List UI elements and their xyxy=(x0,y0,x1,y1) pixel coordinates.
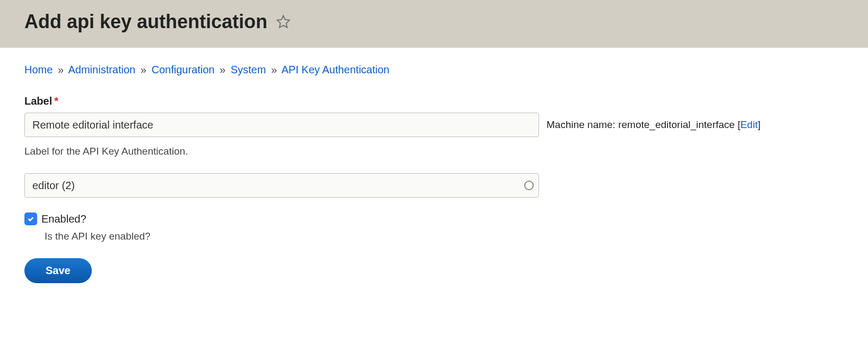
page-title: Add api key authentication xyxy=(24,11,267,33)
star-icon[interactable] xyxy=(276,14,291,29)
breadcrumb: Home » Administration » Configuration » … xyxy=(24,64,844,76)
enabled-checkbox-row: Enabled? xyxy=(24,212,844,225)
check-icon xyxy=(27,215,34,223)
machine-name: Machine name: remote_editorial_interface… xyxy=(546,119,760,131)
machine-name-prefix: Machine name: xyxy=(546,119,615,130)
breadcrumb-system[interactable]: System xyxy=(231,64,266,75)
content-region: Home » Administration » Configuration » … xyxy=(0,48,868,299)
user-field-input[interactable] xyxy=(24,173,539,198)
enabled-checkbox[interactable] xyxy=(24,212,37,225)
label-field-label: Label* xyxy=(24,95,844,107)
label-input[interactable] xyxy=(24,113,539,137)
breadcrumb-separator: » xyxy=(56,64,66,75)
page-header: Add api key authentication xyxy=(0,0,868,48)
breadcrumb-separator: » xyxy=(269,64,279,75)
enabled-description: Is the API key enabled? xyxy=(45,231,844,242)
breadcrumb-home[interactable]: Home xyxy=(24,64,53,75)
breadcrumb-api-key-auth[interactable]: API Key Authentication xyxy=(282,64,389,75)
breadcrumb-separator: » xyxy=(218,64,228,75)
save-button[interactable]: Save xyxy=(24,258,92,283)
enabled-label: Enabled? xyxy=(41,213,86,225)
breadcrumb-separator: » xyxy=(138,64,149,75)
breadcrumb-configuration[interactable]: Configuration xyxy=(151,64,214,75)
form-item-label: Label* Machine name: remote_editorial_in… xyxy=(24,95,844,157)
label-description: Label for the API Key Authentication. xyxy=(24,146,844,157)
svg-marker-0 xyxy=(277,15,289,28)
loading-indicator-icon xyxy=(524,181,534,190)
breadcrumb-administration[interactable]: Administration xyxy=(68,64,136,75)
required-marker: * xyxy=(54,95,58,107)
machine-name-value: remote_editorial_interface xyxy=(618,119,735,130)
user-field-container xyxy=(24,173,539,198)
label-title: Label xyxy=(24,95,52,107)
edit-machine-name-link[interactable]: Edit xyxy=(740,119,758,130)
